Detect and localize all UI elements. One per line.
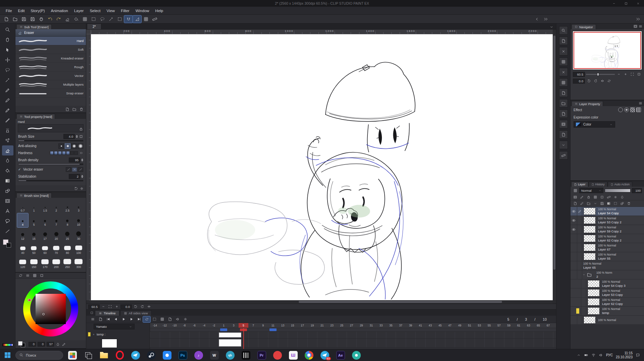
layer-name[interactable]: Layer 53 Copy 2 (598, 220, 622, 224)
frame-number[interactable]: 35 (386, 323, 396, 328)
frame-number[interactable]: 59 (504, 323, 514, 328)
menu-item[interactable]: Story(P) (28, 8, 48, 14)
opacity-slider[interactable] (605, 189, 631, 192)
strip-page4-icon[interactable] (559, 130, 568, 139)
frame-marker[interactable] (494, 328, 504, 331)
menu-item[interactable]: View (103, 8, 118, 14)
frame-marker[interactable] (239, 328, 248, 331)
strip-page2-icon[interactable] (559, 89, 568, 97)
frame-number[interactable]: 51 (465, 323, 475, 328)
onion-skin-icon[interactable] (166, 316, 174, 322)
frame-number[interactable]: 1 (219, 323, 229, 328)
navigator-preview[interactable] (573, 31, 642, 70)
subtool-item[interactable]: Vector (15, 72, 86, 80)
frame-number[interactable]: 29 (356, 323, 366, 328)
app-premiere[interactable]: Pr (254, 349, 269, 361)
play-icon[interactable] (120, 316, 127, 322)
layer-palette-tab[interactable]: History (589, 182, 607, 187)
frame-marker[interactable] (524, 328, 533, 331)
subtool-panel-tab[interactable]: Sub Tool [Eraser] (16, 24, 52, 29)
layer-visibility-toggle[interactable] (571, 270, 577, 279)
layer-thumbnail[interactable] (584, 208, 596, 215)
frame-marker[interactable] (543, 328, 553, 331)
frame-marker[interactable] (189, 328, 199, 331)
tool-fill[interactable] (2, 166, 13, 176)
frame-number[interactable]: 25 (337, 323, 347, 328)
frame-marker[interactable] (356, 328, 366, 331)
reset-view-icon[interactable] (146, 304, 152, 309)
frame-number[interactable]: 43 (425, 323, 435, 328)
tray-network-icon[interactable] (591, 353, 596, 357)
brush-size-cell[interactable]: 100 (73, 241, 84, 256)
menu-item[interactable]: Select (87, 8, 103, 14)
brush-size-cell[interactable]: 25 (62, 227, 73, 241)
color-wheel[interactable] (15, 279, 86, 340)
app-shedevrum[interactable]: Ш (285, 349, 301, 361)
color-slider-tab-icon[interactable] (24, 273, 31, 278)
brush-size-stepper[interactable] (76, 135, 78, 138)
frame-number[interactable]: 5 (239, 323, 248, 328)
frame-number[interactable]: 37 (396, 323, 405, 328)
brush-size-cell[interactable]: 120 (17, 256, 28, 270)
layer-row[interactable]: 100 % Normal temp (571, 307, 644, 316)
layer-thumbnail[interactable] (588, 307, 600, 315)
layer-name[interactable]: Layer 53 Copy (602, 293, 623, 297)
frame-marker[interactable] (150, 328, 160, 331)
frame-marker[interactable] (307, 328, 317, 331)
subtool-item[interactable]: Snap eraser (15, 89, 86, 98)
sv-marker[interactable] (42, 313, 45, 315)
layer-thumbnail[interactable] (584, 244, 596, 251)
layer-visibility-toggle[interactable] (571, 316, 577, 324)
brush-size-cell[interactable]: 10 (73, 213, 84, 227)
brush-size-cell[interactable]: 3 (73, 199, 84, 213)
subtool-item[interactable]: Multiple layers (15, 80, 86, 89)
brush-size-cell[interactable]: 7 (51, 213, 62, 227)
fill-icon[interactable] (72, 15, 80, 23)
expand-track-icon[interactable] (92, 333, 95, 336)
action-center-icon[interactable] (636, 353, 640, 357)
frame-number[interactable]: 61 (514, 323, 524, 328)
new-file-icon[interactable] (2, 15, 10, 23)
anti-aliasing-middle-button[interactable] (71, 143, 77, 149)
menu-item[interactable]: Layer (71, 8, 87, 14)
stabilization-slider[interactable] (18, 180, 83, 181)
frame-marker[interactable] (229, 328, 238, 331)
snap-to-ruler-icon[interactable] (124, 15, 133, 23)
frame-marker[interactable] (327, 328, 337, 331)
layer-thumbnail[interactable] (584, 235, 596, 242)
frame-marker[interactable] (406, 328, 415, 331)
marker-band[interactable] (150, 328, 556, 332)
frame-marker[interactable] (317, 328, 327, 331)
delete-subtool-icon[interactable] (78, 106, 84, 112)
navigator-panel-tab[interactable]: Navigator (572, 24, 596, 29)
color-mode-icon[interactable] (56, 342, 60, 347)
tool-gradient[interactable] (2, 176, 13, 186)
frame-marker[interactable] (170, 328, 180, 331)
layer-name[interactable]: Layer 55 (598, 257, 616, 260)
layer-palette-tab[interactable]: Layer (571, 182, 588, 187)
v-scroll-thumb[interactable] (553, 36, 555, 270)
frame-number[interactable]: 27 (347, 323, 356, 328)
frame-number[interactable]: -8 (180, 323, 189, 328)
tool-operation[interactable] (2, 45, 13, 55)
strip-search-icon[interactable] (559, 26, 568, 35)
vector-eraser-checkbox[interactable]: ✓ (18, 168, 22, 171)
tool-eraser[interactable] (2, 145, 13, 155)
subtool-item[interactable]: Rough (15, 63, 86, 72)
frame-marker[interactable] (484, 328, 494, 331)
layer-row[interactable]: 100 % Normal Layer 65 (571, 261, 644, 270)
next-frame-icon[interactable] (128, 316, 135, 322)
new-folder-icon[interactable] (585, 201, 592, 206)
frame-marker[interactable] (209, 328, 219, 331)
menu-item[interactable]: Window (133, 8, 152, 14)
nav-zoom-out-icon[interactable] (616, 72, 622, 77)
frame-marker[interactable] (386, 328, 396, 331)
h-scroll-thumb[interactable] (299, 301, 502, 303)
transfer-down-icon[interactable] (592, 201, 598, 206)
clock[interactable]: 11:15 23.10.2023 (616, 351, 633, 359)
erase-touched-area-icon[interactable] (66, 167, 71, 172)
tray-volume-icon[interactable] (599, 353, 603, 357)
layer-name[interactable]: Layer 65 (583, 266, 601, 269)
frame-number[interactable]: -10 (170, 323, 180, 328)
layer-name[interactable]: 2 (596, 275, 612, 278)
